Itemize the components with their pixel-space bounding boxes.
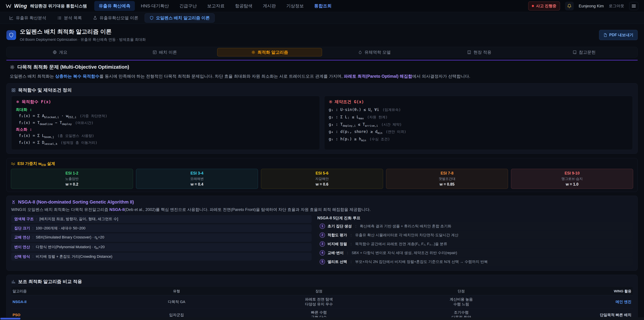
separator: : bbox=[355, 224, 356, 228]
objective-function-box: 목적함수 F(x) 최대화 : f₁(x) = Σ Ablocked,i · w… bbox=[11, 96, 320, 150]
constraints-title-row: 제약조건 G(x) bbox=[329, 99, 628, 105]
multi-objective-intro-section: 다목적 최적화 문제 (Multi-Objective Optimization… bbox=[6, 60, 638, 83]
esi-shore-type: 갯벌조간대 bbox=[388, 177, 507, 181]
app-brand[interactable]: Wing 해양환경 위기대응 통합시스템 bbox=[6, 3, 87, 9]
esi-shore-type: 자갈해안 bbox=[262, 177, 382, 181]
tab-label: 현장 적용 bbox=[474, 50, 492, 55]
step-text: SBX + 다항식 변이로 자식 세대 생성, 제약조건 위반 수리(repai… bbox=[352, 250, 457, 255]
separator: : bbox=[32, 245, 33, 249]
formula-note: (방제정 총 이동거리) bbox=[61, 140, 98, 145]
subtab-spill-analysis[interactable]: 유출유 확산분석 bbox=[4, 13, 51, 23]
separator: : bbox=[32, 226, 33, 231]
table-row: NSGA-II 다목적 GA 파레토 전면 탐색 다양성 유지 우수 계산비용 … bbox=[11, 295, 633, 308]
nsga-paragraph: WING의 오일펜스 배치 최적화는 다목적 유전알고리즘 NSGA-II(De… bbox=[11, 207, 633, 212]
gear-icon bbox=[251, 50, 256, 54]
page-header-text: 오일펜스 배치 최적화 알고리즘 이론 Oil Boom Deployment … bbox=[20, 28, 595, 42]
sub-tab-bar: 유출유 확산분석 분석 목록 유출유확산모델 이론 오일펜스 배치 알고리즘 이… bbox=[0, 12, 644, 24]
nav-item-weather[interactable]: 기상정보 bbox=[282, 1, 308, 11]
separator: : bbox=[32, 254, 33, 259]
param-label: 선택 방식 bbox=[14, 254, 30, 259]
app-title: 해양환경 위기대응 통합시스템 bbox=[30, 3, 87, 9]
param-value: 100~200개체 · 세대수 50~200 bbox=[36, 226, 85, 231]
col-header-pros: 장점 bbox=[248, 289, 390, 293]
param-value: SBX(Simulated Binary Crossover) · ηc=20 bbox=[36, 235, 104, 240]
esi-weight-card: ESI 5-6 자갈해안 w = 0.6 bbox=[261, 169, 383, 189]
algorithm-cons: 계산비용 높음 수렴 느림 bbox=[390, 297, 532, 306]
tab-field-application[interactable]: 현장 적용 bbox=[427, 48, 532, 56]
nsga-card: NSGA-II (Non-dominated Sorting Genetic A… bbox=[6, 196, 638, 271]
comparison-table: 알고리즘 유형 장점 단점 WING 활용 NSGA-II 다목적 GA 파레토… bbox=[11, 287, 633, 320]
step-text: 확산예측 결과 기반 샘플 + 휴리스틱 배치안 혼합 초기화 bbox=[360, 224, 452, 229]
list-icon bbox=[57, 16, 62, 20]
nsga-parameters-list: 염색체 구조:[배치지점 좌표, 방향각, 길이, 형태, 세그먼트 수] 집단… bbox=[11, 215, 312, 267]
tab-optimization-algorithm[interactable]: 최적화 알고리즘 bbox=[217, 48, 322, 56]
tab-overview[interactable]: 개요 bbox=[8, 48, 112, 56]
nav-item-integrated-search[interactable]: 통합조회 bbox=[310, 1, 336, 11]
hamburger-menu-button[interactable] bbox=[629, 2, 638, 10]
param-value: 비지배 정렬 + 혼잡도 거리(Crowding Distance) bbox=[36, 254, 112, 259]
step-label: 적합도 평가 bbox=[328, 233, 347, 238]
tab-references[interactable]: 참고문헌 bbox=[532, 48, 636, 56]
formula-note: (자원 한계) bbox=[367, 115, 388, 119]
subtab-label: 오일펜스 배치 알고리즘 이론 bbox=[156, 15, 210, 21]
formula-math: g₄ : d(pᵢ, shore) ≥ dmin bbox=[329, 129, 382, 135]
globe-icon bbox=[53, 50, 57, 54]
flask-icon bbox=[93, 16, 97, 20]
card-title-row: 목적함수 및 제약조건 정의 bbox=[11, 87, 633, 93]
separator: : bbox=[350, 260, 352, 264]
subtab-analysis-list[interactable]: 분석 목록 bbox=[52, 13, 87, 23]
nav-item-oil-spill-prediction[interactable]: 유출유 확산예측 bbox=[94, 1, 135, 11]
notifications-bell-button[interactable] bbox=[565, 2, 574, 11]
incident-status-badge[interactable]: 사고 진행중 bbox=[528, 2, 560, 11]
formula-note: (여유시간) bbox=[75, 121, 94, 125]
nsga-grid: 염색체 구조:[배치지점 좌표, 방향각, 길이, 형태, 세그먼트 수] 집단… bbox=[11, 215, 633, 267]
subtab-dispersion-model-theory[interactable]: 유출유확산모델 이론 bbox=[88, 13, 143, 23]
nsga-param-row: 선택 방식:비지배 정렬 + 혼잡도 거리(Crowding Distance) bbox=[11, 253, 312, 261]
param-label: 집단 크기 bbox=[14, 226, 30, 231]
maximize-label: 최대화 : bbox=[16, 107, 315, 112]
theory-tab-bar: 개요 배치 이론 최적화 알고리즘 유체역학 모델 현장 적용 참고문헌 bbox=[6, 47, 638, 58]
nav-item-aerial-search[interactable]: 항공탐색 bbox=[230, 1, 257, 11]
intro-text: 오일펜스 배치 최적화는 bbox=[10, 74, 55, 79]
table-header-row: 알고리즘 유형 장점 단점 WING 활용 bbox=[11, 287, 633, 295]
algorithm-name: PSO bbox=[12, 312, 106, 317]
esi-shore-type: 맹그로브·습지 bbox=[512, 177, 632, 181]
algorithm-name: NSGA-II bbox=[12, 299, 106, 304]
section-heading-text: 다목적 최적화 문제 (Multi-Objective Optimization… bbox=[17, 64, 129, 71]
scrollbar-thumb[interactable] bbox=[0, 318, 20, 319]
formula-note: (시간 제약) bbox=[381, 122, 402, 127]
pdf-export-button[interactable]: PDF 내보내기 bbox=[599, 30, 638, 40]
esi-weight-card: ESI 3-4 모래해변 w = 0.4 bbox=[136, 169, 258, 189]
subtab-label: 유출유확산모델 이론 bbox=[100, 15, 138, 21]
shield-icon bbox=[8, 32, 14, 38]
nav-item-reports[interactable]: 보고자료 bbox=[203, 1, 229, 11]
horizontal-scrollbar bbox=[0, 317, 644, 320]
param-value: [배치지점 좌표, 방향각, 길이, 형태, 세그먼트 수] bbox=[40, 217, 118, 221]
esi-weight-card: ESI 1-2 노출암반 w = 0.2 bbox=[11, 169, 133, 189]
optimization-tab-content: 다목적 최적화 문제 (Multi-Objective Optimization… bbox=[6, 60, 638, 320]
layout-icon bbox=[152, 50, 157, 54]
tab-deployment-theory[interactable]: 배치 이론 bbox=[112, 48, 217, 56]
page-shield-badge bbox=[6, 30, 16, 40]
dna-icon bbox=[11, 200, 16, 204]
page-header: 오일펜스 배치 최적화 알고리즘 이론 Oil Boom Deployment … bbox=[0, 24, 644, 46]
esi-title-text: ESI 가중치 wESI 설계 bbox=[18, 161, 55, 167]
esi-weight-value: w = 1.0 bbox=[512, 182, 632, 187]
step-number-badge: 3 bbox=[320, 241, 325, 247]
top-navigation: Wing 해양환경 위기대응 통합시스템 유출유 확산예측 HNS·대기확산 긴… bbox=[0, 0, 644, 12]
nsga-highlight: NSGA-II bbox=[109, 207, 124, 212]
step-number-badge: 2 bbox=[320, 232, 325, 238]
nsga-loop-step: 4교배·변이:SBX + 다항식 변이로 자식 세대 생성, 제약조건 위반 수… bbox=[317, 249, 633, 257]
tab-hydrodynamic-model[interactable]: 유체역학 모델 bbox=[322, 48, 427, 56]
nav-item-hns-air-dispersion[interactable]: HNS·대기확산 bbox=[136, 1, 174, 11]
formula-note: (임계유속) bbox=[382, 108, 401, 112]
nsga-text: (Deb et al., 2002)를 핵심 엔진으로 사용합니다. 파레토 전… bbox=[124, 207, 371, 212]
nav-item-emergency-rescue[interactable]: 긴급구난 bbox=[175, 1, 201, 11]
subtab-boom-algorithm-theory[interactable]: 오일펜스 배치 알고리즘 이론 bbox=[144, 13, 215, 23]
logout-link[interactable]: 로그아웃 bbox=[609, 3, 624, 9]
step-text: 목적함수 공간에서 파레토 전면 계층(F₁, F₂, F₃...)을 분류 bbox=[355, 241, 447, 246]
nsga-loop-step: 3비지배 정렬:목적함수 공간에서 파레토 전면 계층(F₁, F₂, F₃..… bbox=[317, 240, 633, 248]
nav-item-board[interactable]: 게시판 bbox=[258, 1, 280, 11]
user-name[interactable]: Eunjeong Kim bbox=[579, 4, 604, 9]
formula-note: (총 오일펜스 사용량) bbox=[57, 134, 94, 138]
